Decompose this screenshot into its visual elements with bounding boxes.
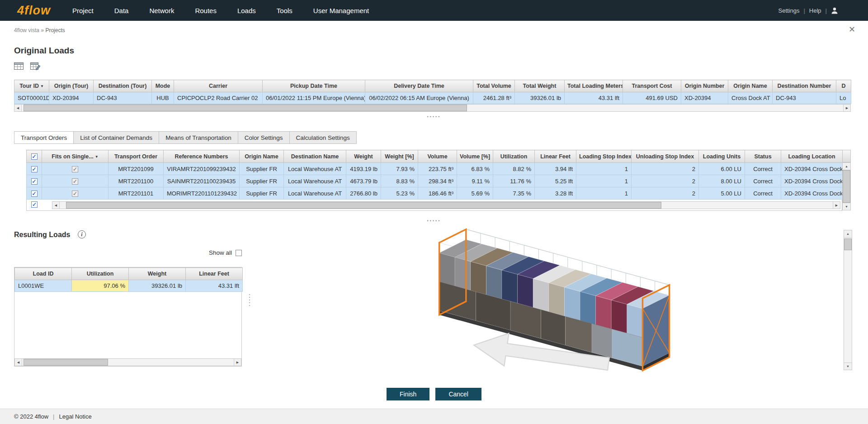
table-row[interactable]: ✓✓MRT2201101MORIMRT2201101239432Supplier… xyxy=(27,187,843,200)
column-header[interactable]: Weight xyxy=(129,268,186,280)
column-header[interactable]: Carrier xyxy=(174,80,263,92)
load-3d-visualization[interactable] xyxy=(427,227,695,386)
table-row[interactable]: SOT00001DXD-20394DC-943HUBCPICPOCLP2 Roa… xyxy=(14,92,851,104)
column-header[interactable]: Load ID xyxy=(15,268,72,280)
column-header[interactable]: Volume [%] xyxy=(457,150,493,163)
finish-button[interactable]: Finish xyxy=(387,388,429,400)
scroll-up-arrow[interactable]: ▲ xyxy=(843,163,850,170)
scroll-up-arrow[interactable]: ▲ xyxy=(844,230,852,238)
column-header[interactable]: Fits on Single...▼ xyxy=(42,150,108,163)
horizontal-splitter[interactable]: ••••• xyxy=(0,218,868,224)
scrollbar-track[interactable] xyxy=(60,202,833,209)
horizontal-splitter[interactable]: ••••• xyxy=(0,114,868,119)
scrollbar-track[interactable] xyxy=(22,359,234,366)
original-loads-hscrollbar[interactable]: ◀ ▶ xyxy=(14,104,851,112)
scrollbar-track[interactable] xyxy=(22,105,843,111)
column-header[interactable]: Total Loading Meters xyxy=(565,80,623,92)
column-header[interactable]: Unloading Stop Index xyxy=(632,150,699,163)
legal-notice-link[interactable]: Legal Notice xyxy=(59,413,91,420)
column-header[interactable]: Weight [%] xyxy=(381,150,418,163)
scroll-down-arrow[interactable]: ▼ xyxy=(844,362,852,370)
column-header[interactable]: D xyxy=(836,80,851,92)
info-icon[interactable]: i xyxy=(78,230,86,238)
row-checkbox[interactable]: ✓ xyxy=(31,166,38,172)
vertical-splitter[interactable] xyxy=(247,230,252,370)
scroll-right-arrow[interactable]: ▶ xyxy=(833,202,840,209)
tab-color-settings[interactable]: Color Settings xyxy=(238,131,290,144)
scrollbar-thumb[interactable] xyxy=(844,238,852,250)
column-header[interactable]: Mode xyxy=(152,80,174,92)
row-checkbox[interactable]: ✓ xyxy=(31,191,38,197)
close-icon[interactable]: ✕ xyxy=(849,25,855,33)
show-all-checkbox[interactable]: ✓ xyxy=(236,250,242,256)
column-header[interactable]: Status xyxy=(745,150,781,163)
scrollbar-thumb[interactable] xyxy=(843,170,850,203)
scroll-left-arrow[interactable]: ◀ xyxy=(14,105,22,111)
table-row[interactable]: L0001WE97.06 %39326.01 lb43.31 lft xyxy=(15,280,243,292)
column-header[interactable]: Destination Name xyxy=(284,150,346,163)
scroll-down-arrow[interactable]: ▼ xyxy=(843,203,850,210)
column-header[interactable]: Pickup Date Time xyxy=(263,80,365,92)
nav-item-network[interactable]: Network xyxy=(149,7,174,14)
column-header[interactable]: Volume xyxy=(418,150,457,163)
column-header[interactable]: Loading Units xyxy=(699,150,745,163)
table-edit-icon[interactable] xyxy=(30,62,41,70)
table-row[interactable]: ✓✓MRT2201099VIRAMRT2201099239432Supplier… xyxy=(27,163,843,175)
row-checkbox[interactable]: ✓ xyxy=(31,201,38,208)
column-header[interactable]: Destination Number xyxy=(773,80,836,92)
nav-item-tools[interactable]: Tools xyxy=(277,7,292,14)
resulting-loads-hscrollbar[interactable]: ◀ ▶ xyxy=(14,358,241,366)
column-header[interactable]: Utilization xyxy=(493,150,535,163)
table-row[interactable]: ✓✓MRT2201100SAINMRT2201100239435Supplier… xyxy=(27,175,843,187)
scroll-right-arrow[interactable]: ▶ xyxy=(234,359,241,366)
user-icon[interactable] xyxy=(831,7,838,14)
nav-item-data[interactable]: Data xyxy=(114,7,129,14)
select-all-checkbox[interactable]: ✓ xyxy=(31,153,38,160)
column-header[interactable]: Origin Number xyxy=(681,80,728,92)
column-header[interactable]: Utilization xyxy=(72,268,129,280)
column-header[interactable]: Loading Stop Index xyxy=(576,150,632,163)
scroll-right-arrow[interactable]: ▶ xyxy=(843,105,850,111)
column-header[interactable]: Total Volume xyxy=(473,80,515,92)
column-header[interactable]: Tour ID▼ xyxy=(14,80,49,92)
nav-item-routes[interactable]: Routes xyxy=(195,7,217,14)
fits-on-single-checkbox: ✓ xyxy=(72,166,78,172)
tab-list-of-container-demands[interactable]: List of Container Demands xyxy=(74,131,159,144)
breadcrumb-root[interactable]: 4flow vista xyxy=(14,27,39,33)
nav-item-project[interactable]: Project xyxy=(72,7,94,14)
scrollbar-thumb[interactable] xyxy=(24,105,467,111)
table-view-icon[interactable] xyxy=(14,62,24,70)
column-header[interactable]: Transport Order xyxy=(108,150,164,163)
settings-link[interactable]: Settings xyxy=(778,7,799,14)
main-vscrollbar[interactable]: ▲ ▼ xyxy=(844,230,852,370)
nav-item-loads[interactable]: Loads xyxy=(237,7,256,14)
nav-item-user-management[interactable]: User Management xyxy=(313,7,369,14)
column-header[interactable]: Origin Name xyxy=(728,80,773,92)
scroll-left-arrow[interactable]: ◀ xyxy=(52,202,60,209)
column-header[interactable]: Total Weight xyxy=(515,80,565,92)
scrollbar-track[interactable] xyxy=(843,170,850,203)
scrollbar-thumb[interactable] xyxy=(24,359,108,366)
tab-transport-orders[interactable]: Transport Orders xyxy=(14,131,74,144)
scrollbar-thumb[interactable] xyxy=(66,202,661,209)
column-header[interactable]: Origin (Tour) xyxy=(49,80,94,92)
column-header[interactable]: Origin Name xyxy=(240,150,284,163)
column-header[interactable]: Weight xyxy=(346,150,381,163)
column-header[interactable]: Linear Feet xyxy=(535,150,576,163)
column-header[interactable]: Loading Location xyxy=(781,150,843,163)
column-header[interactable]: Destination (Tour) xyxy=(94,80,152,92)
transport-orders-hscrollbar[interactable]: ◀ ▶ xyxy=(52,201,840,209)
column-header[interactable]: Transport Cost xyxy=(623,80,681,92)
cancel-button[interactable]: Cancel xyxy=(435,388,481,400)
scroll-left-arrow[interactable]: ◀ xyxy=(15,359,22,366)
tab-calculation-settings[interactable]: Calculation Settings xyxy=(290,131,357,144)
help-link[interactable]: Help xyxy=(809,7,821,14)
tab-means-of-transportation[interactable]: Means of Transportation xyxy=(159,131,238,144)
transport-orders-vscrollbar[interactable]: ▲ ▼ xyxy=(842,162,851,210)
scrollbar-track[interactable] xyxy=(844,238,852,362)
breadcrumb: 4flow vista » Projects xyxy=(14,27,65,33)
column-header[interactable]: Linear Feet xyxy=(186,268,243,280)
column-header[interactable]: Reference Numbers xyxy=(164,150,240,163)
row-checkbox[interactable]: ✓ xyxy=(31,178,38,185)
column-header[interactable]: Delivery Date Time xyxy=(365,80,473,92)
